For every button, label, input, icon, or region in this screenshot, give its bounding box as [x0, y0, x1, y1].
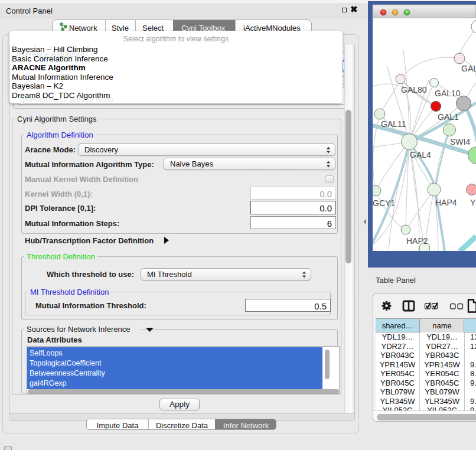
svg-text:HAP2: HAP2: [406, 236, 428, 246]
svg-text:GAL1: GAL1: [438, 112, 459, 122]
svg-text:GAL4: GAL4: [410, 150, 431, 159]
svg-text:GAL10: GAL10: [435, 89, 461, 98]
svg-text:Y: Y: [470, 198, 476, 207]
svg-text:GAL11: GAL11: [381, 119, 406, 129]
svg-text:GAL80: GAL80: [401, 85, 427, 94]
svg-text:GCY1: GCY1: [373, 198, 395, 208]
svg-text:HAP4: HAP4: [435, 198, 457, 207]
svg-text:GAL2: GAL2: [461, 64, 476, 73]
svg-text:SWI4: SWI4: [450, 137, 470, 146]
